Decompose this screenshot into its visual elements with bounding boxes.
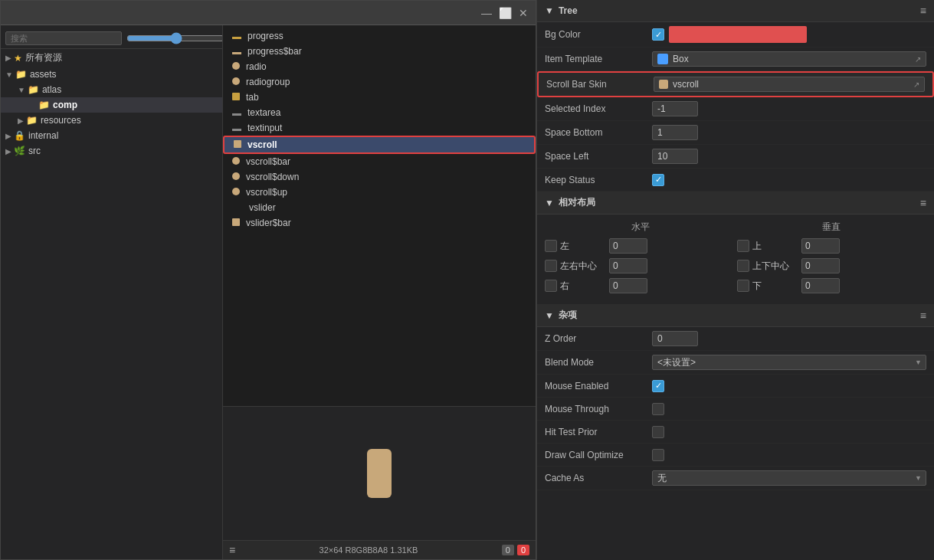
list-item[interactable]: radiogroup bbox=[223, 74, 536, 90]
list-item[interactable]: vscroll$bar bbox=[223, 154, 536, 169]
scroll-bar-skin-field[interactable]: vscroll ↗ bbox=[654, 77, 925, 92]
list-item[interactable]: vscroll$up bbox=[223, 185, 536, 200]
prop-selected-index: Selected Index bbox=[537, 97, 934, 121]
file-name: vslider bbox=[249, 202, 276, 213]
item-template-field[interactable]: Box ↗ bbox=[652, 51, 926, 67]
section-menu-icon[interactable]: ≡ bbox=[920, 197, 926, 209]
bg-color-swatch[interactable] bbox=[669, 26, 807, 43]
bottom-checkbox[interactable] bbox=[737, 280, 749, 292]
hit-test-prior-checkbox[interactable] bbox=[652, 426, 664, 438]
tree-item-label: internal bbox=[28, 130, 58, 141]
search-input[interactable] bbox=[5, 31, 122, 45]
folder-green-icon: 🌿 bbox=[14, 146, 25, 156]
mouse-enabled-checkbox[interactable] bbox=[652, 380, 664, 392]
center-h-input[interactable] bbox=[609, 258, 647, 273]
section-menu-icon[interactable]: ≡ bbox=[920, 5, 926, 17]
file-name: radio bbox=[246, 61, 267, 72]
tree-item-label: atlas bbox=[42, 84, 61, 95]
layout-center-h: 左右中心 bbox=[545, 258, 734, 273]
list-item[interactable]: progress$bar bbox=[223, 44, 536, 59]
section-menu-icon[interactable]: ≡ bbox=[920, 309, 926, 322]
folder-icon: 📁 bbox=[28, 84, 39, 95]
tree-item-label: src bbox=[28, 146, 41, 156]
scroll-bar-skin-value: vscroll bbox=[673, 79, 699, 90]
list-item[interactable]: vslider bbox=[223, 200, 536, 215]
tree-item-resources[interactable]: ▶ 📁 resources bbox=[1, 113, 222, 128]
prop-label: Cache As bbox=[545, 473, 652, 483]
item-template-value: Box bbox=[673, 54, 689, 64]
draw-call-optimize-checkbox[interactable] bbox=[652, 449, 664, 461]
prop-label: Draw Call Optimize bbox=[545, 450, 652, 460]
list-item[interactable]: textarea bbox=[223, 105, 536, 120]
list-item-vscroll[interactable]: vscroll bbox=[223, 136, 536, 154]
file-name: vscroll$down bbox=[246, 172, 299, 182]
prop-blend-mode: Blend Mode <未设置> bbox=[537, 351, 934, 375]
list-item[interactable]: textinput bbox=[223, 120, 536, 136]
folder-lock-icon: 🔒 bbox=[14, 130, 25, 141]
selected-index-input[interactable] bbox=[652, 101, 698, 116]
tree-item-src[interactable]: ▶ 🌿 src bbox=[1, 143, 222, 159]
bg-color-checkbox[interactable] bbox=[652, 28, 664, 41]
file-type-icon bbox=[232, 113, 241, 116]
prop-value bbox=[652, 125, 926, 140]
space-bottom-input[interactable] bbox=[652, 125, 698, 140]
tree-item-internal[interactable]: ▶ 🔒 internal bbox=[1, 128, 222, 143]
space-left-input[interactable] bbox=[652, 149, 698, 164]
list-item[interactable]: tab bbox=[223, 90, 536, 105]
top-input[interactable] bbox=[801, 238, 840, 254]
right-input[interactable] bbox=[609, 278, 647, 293]
center-v-input[interactable] bbox=[801, 258, 840, 273]
keep-status-checkbox[interactable] bbox=[652, 174, 664, 186]
blend-mode-select[interactable]: <未设置> bbox=[652, 355, 926, 370]
file-name: vscroll$bar bbox=[246, 156, 290, 167]
layout-bottom: 下 bbox=[737, 278, 926, 293]
tree-item-assets[interactable]: ▼ 📁 assets bbox=[1, 67, 222, 82]
close-button[interactable]: ✕ bbox=[517, 7, 529, 19]
zoom-slider[interactable] bbox=[126, 32, 223, 44]
left-panel: — ⬜ ✕ ▶ ★ 所有资源 ▼ 📁 assets bbox=[0, 0, 536, 560]
center-h-checkbox[interactable] bbox=[545, 260, 557, 272]
prop-label: Scroll Bar Skin bbox=[546, 79, 654, 90]
list-item[interactable]: progress bbox=[223, 28, 536, 44]
list-item[interactable]: vslider$bar bbox=[223, 215, 536, 231]
left-checkbox[interactable] bbox=[545, 240, 557, 252]
preview-footer: ≡ 32×64 R8G8B8A8 1.31KB 0 0 bbox=[223, 540, 536, 559]
file-name: progress$bar bbox=[247, 46, 302, 57]
relative-layout-section-header[interactable]: ▼ 相对布局 ≡ bbox=[537, 192, 934, 215]
prop-mouse-enabled: Mouse Enabled bbox=[537, 375, 934, 398]
right-checkbox[interactable] bbox=[545, 280, 557, 292]
z-order-input[interactable] bbox=[652, 331, 698, 346]
preview-menu-icon[interactable]: ≡ bbox=[229, 544, 235, 556]
center-v-checkbox[interactable] bbox=[737, 260, 749, 272]
list-item[interactable]: vscroll$down bbox=[223, 169, 536, 185]
bottom-input[interactable] bbox=[801, 278, 840, 293]
maximize-button[interactable]: ⬜ bbox=[499, 7, 511, 19]
preview-badge-count: 0 bbox=[502, 545, 514, 555]
layout-grid: 水平 垂直 左 上 左右中心 上下中心 bbox=[537, 215, 934, 304]
layout-row-2: 左右中心 上下中心 bbox=[545, 258, 926, 273]
file-type-icon bbox=[232, 157, 240, 165]
prop-label: Space Bottom bbox=[545, 127, 652, 138]
list-item[interactable]: radio bbox=[223, 59, 536, 74]
left-input[interactable] bbox=[609, 238, 647, 254]
layout-left: 左 bbox=[545, 238, 734, 254]
tree-item-atlas[interactable]: ▼ 📁 atlas bbox=[1, 82, 222, 97]
tree-item-label: resources bbox=[41, 115, 81, 126]
minimize-button[interactable]: — bbox=[480, 7, 493, 19]
mouse-through-checkbox[interactable] bbox=[652, 403, 664, 415]
tree-item-all-assets[interactable]: ▶ ★ 所有资源 bbox=[1, 49, 222, 67]
prop-scroll-bar-skin: Scroll Bar Skin vscroll ↗ bbox=[537, 71, 934, 97]
folder-blue-icon: 📁 bbox=[38, 100, 50, 110]
prop-value bbox=[652, 331, 926, 346]
bottom-label: 下 bbox=[752, 280, 798, 293]
file-type-icon bbox=[232, 172, 240, 180]
tree-item-comp[interactable]: ▶ 📁 comp bbox=[1, 97, 222, 113]
tree-section-header[interactable]: ▼ Tree ≡ bbox=[537, 0, 934, 22]
cache-as-select[interactable]: 无 bbox=[652, 470, 926, 486]
top-checkbox[interactable] bbox=[737, 240, 749, 252]
preview-area: ≡ 32×64 R8G8B8A8 1.31KB 0 0 bbox=[223, 406, 536, 559]
misc-section-header[interactable]: ▼ 杂项 ≡ bbox=[537, 304, 934, 327]
prop-item-template: Item Template Box ↗ bbox=[537, 47, 934, 71]
prop-label: Selected Index bbox=[545, 103, 652, 114]
prop-hit-test-prior: Hit Test Prior bbox=[537, 421, 934, 444]
